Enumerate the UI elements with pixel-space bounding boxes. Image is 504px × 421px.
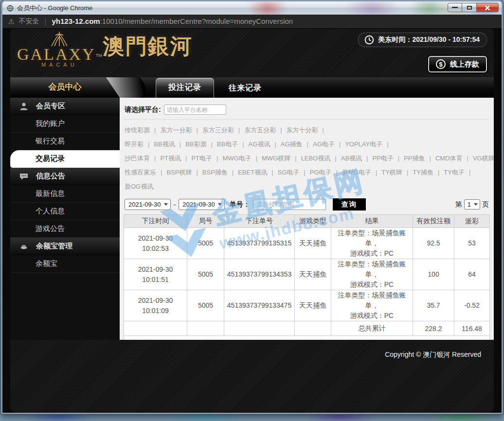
platform-link[interactable]: BB视讯: [154, 140, 185, 148]
sidebar-item-label: 余额宝管理: [36, 242, 72, 251]
table-row: 2021-09-30 10:01:09 5005 451393737991334…: [124, 290, 490, 321]
sidebar: 会员专区 我的账户 银行交易 交易记录 信息公告 最新信息 个人信息 游戏公告 …: [10, 98, 120, 340]
cell-order-number: 45139373799133475: [224, 290, 295, 321]
address-separator: |: [44, 18, 48, 26]
col-round: 局号: [187, 215, 224, 228]
date-from-select[interactable]: 2021-09-30: [125, 199, 171, 210]
query-button[interactable]: 查询: [333, 198, 366, 210]
bet-records-table: 下注时间 局号 下注单号 游戏类型 结果 有效投注额 派彩: [124, 214, 490, 336]
platform-link[interactable]: EBET视讯: [238, 169, 277, 176]
record-tabs: 投注记录 往来记录: [156, 77, 274, 98]
platform-link[interactable]: MWG棋牌: [262, 155, 301, 162]
sidebar-item-latest-info[interactable]: 最新信息: [10, 185, 120, 203]
platform-link[interactable]: 性感百家乐: [125, 169, 166, 176]
sidebar-title: 会员中心: [10, 77, 120, 98]
sidebar-item-label: 最新信息: [36, 189, 65, 198]
platform-link[interactable]: BB彩票: [185, 140, 217, 148]
cell-round: 5005: [187, 290, 224, 321]
platform-link[interactable]: TY捕鱼: [413, 169, 444, 176]
table-row: 2021-09-30 10:02:53 5005 451393737991353…: [124, 228, 490, 259]
window-titlebar[interactable]: 会员中心 - Google Chrome: [2, 1, 502, 15]
platform-link[interactable]: BB电子: [217, 140, 249, 148]
page-select[interactable]: 1: [464, 199, 480, 210]
platform-link[interactable]: LEBO视讯: [301, 155, 341, 162]
platform-link[interactable]: 东方一分彩: [160, 126, 202, 134]
platform-link[interactable]: VG棋牌: [473, 155, 494, 162]
sidebar-item-label: 游戏公告: [36, 224, 65, 233]
chevron-down-icon: [474, 203, 478, 206]
page-suffix: 页: [482, 200, 489, 209]
platform-link[interactable]: 新OG视讯: [125, 183, 153, 190]
close-icon: [484, 5, 491, 10]
sidebar-item-label: 我的账户: [36, 119, 65, 128]
platform-link[interactable]: 沙巴体育: [125, 155, 160, 162]
platform-link[interactable]: MWG电子: [222, 155, 262, 162]
platform-link[interactable]: 东方五分彩: [244, 126, 286, 134]
nav-row: 会员中心 投注记录 往来记录: [10, 77, 494, 98]
sidebar-item-yuebao-management[interactable]: 余额宝管理: [10, 238, 120, 255]
platform-link[interactable]: AB视讯: [341, 155, 373, 162]
platform-link[interactable]: AG捕鱼: [281, 140, 313, 148]
table-header-row: 下注时间 局号 下注单号 游戏类型 结果 有效投注额 派彩: [124, 215, 490, 228]
maximize-icon: [467, 6, 472, 10]
platform-link[interactable]: CMD体育: [435, 155, 473, 162]
date-to-select[interactable]: 2021-09-30: [179, 199, 225, 210]
site-container: GALAXYTM MACAU 澳門銀河 美东时间：2021/09/30 - 10…: [10, 29, 494, 413]
sidebar-item-transaction-records[interactable]: 交易记录: [10, 150, 120, 168]
platform-link[interactable]: 即开彩: [125, 140, 154, 148]
sidebar-item-personal-info[interactable]: 个人信息: [10, 203, 120, 220]
page-prefix: 第: [455, 200, 462, 209]
platform-link[interactable]: PP电子: [372, 155, 404, 162]
platform-link[interactable]: TY电子: [444, 169, 475, 176]
sidebar-item-label: 银行交易: [36, 137, 65, 146]
url-host: yh123-12.com: [52, 17, 100, 25]
window-controls: [448, 3, 499, 12]
platform-link[interactable]: 东方十分彩: [287, 126, 328, 134]
platform-link[interactable]: BSP棋牌: [166, 169, 202, 176]
close-button[interactable]: [477, 3, 499, 12]
platform-link[interactable]: AG电子: [313, 140, 345, 148]
address-bar[interactable]: ⚠ 不安全 | yh123-12.com:10010/member/member…: [2, 15, 502, 29]
galaxy-emblem-icon: [49, 31, 70, 47]
cell-valid-bet: 35.7: [413, 290, 454, 321]
table-row: 2021-09-30 10:01:51 5005 451393737991343…: [124, 259, 490, 290]
security-label: 不安全: [19, 17, 39, 26]
platform-link[interactable]: PT视讯: [160, 155, 191, 162]
col-payout: 派彩: [454, 215, 490, 228]
sidebar-item-info-announcements[interactable]: 信息公告: [10, 168, 120, 185]
platform-link[interactable]: 东方三分彩: [202, 126, 244, 134]
platform-select-row: 请选择平台:: [124, 102, 490, 120]
tab-transfer-records[interactable]: 往来记录: [216, 79, 274, 98]
sidebar-item-label: 交易记录: [36, 154, 65, 163]
platform-link[interactable]: PP捕鱼: [404, 155, 435, 162]
platform-link[interactable]: TY棋牌: [381, 169, 413, 176]
minimize-button[interactable]: [448, 3, 462, 12]
maximize-button[interactable]: [462, 3, 477, 12]
order-number-input[interactable]: [253, 199, 326, 210]
platform-link[interactable]: 新MG电子: [342, 169, 381, 176]
sidebar-item-bank-transactions[interactable]: 银行交易: [10, 133, 120, 150]
platform-link[interactable]: PG电子: [310, 169, 342, 176]
online-deposit-button[interactable]: $ 线上存款: [428, 56, 487, 72]
sidebar-item-yuebao[interactable]: 余额宝: [10, 255, 120, 273]
platform-link[interactable]: SG电子: [278, 169, 310, 176]
platform-link[interactable]: AG视讯: [249, 140, 281, 148]
platform-search-input[interactable]: [164, 105, 226, 115]
table-total-row: 总共累计 228.2 116.48: [124, 321, 490, 336]
site-header: GALAXYTM MACAU 澳門銀河 美东时间：2021/09/30 - 10…: [10, 29, 494, 77]
platform-link[interactable]: BSP捕鱼: [202, 169, 238, 176]
logo-tm: TM: [96, 53, 102, 58]
sidebar-item-member-zone[interactable]: 会员专区: [10, 98, 120, 115]
order-number-label: 单号：: [230, 200, 250, 209]
sidebar-item-my-account[interactable]: 我的账户: [10, 115, 120, 133]
platform-link[interactable]: YOPLAY电子: [345, 140, 393, 148]
sidebar-item-game-announcements[interactable]: 游戏公告: [10, 220, 120, 238]
cell-payout: 64: [454, 259, 490, 290]
tab-bet-records[interactable]: 投注记录: [156, 78, 214, 98]
platform-link[interactable]: PT电子: [191, 155, 222, 162]
cell-bet-time: 2021-09-30 10:01:09: [124, 290, 187, 321]
cell-result: 注单类型：场景捕鱼账单， 游戏模式：PC: [331, 259, 413, 290]
platform-link[interactable]: 传统彩票: [125, 126, 160, 134]
cell-game-type: 天天捕鱼: [295, 228, 331, 259]
col-result: 结果: [331, 215, 413, 228]
